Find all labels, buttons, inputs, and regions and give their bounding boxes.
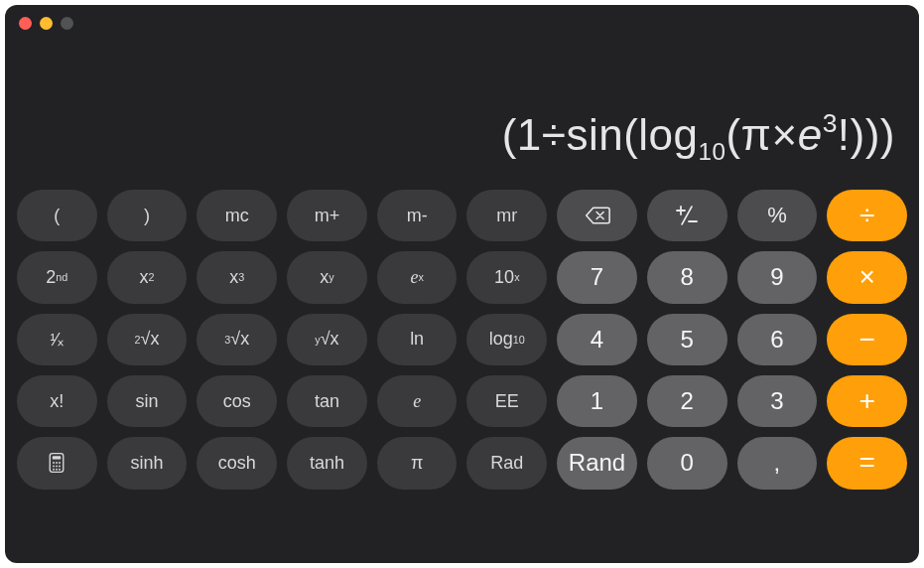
cbrt-button[interactable]: 3√x bbox=[197, 314, 277, 365]
sin-button[interactable]: sin bbox=[107, 375, 188, 427]
display-area: (1÷sin(log10(π×e3!))) bbox=[5, 5, 919, 184]
ln-button[interactable]: ln bbox=[377, 314, 458, 365]
x-cubed-button[interactable]: x3 bbox=[197, 251, 277, 303]
multiply-button[interactable]: × bbox=[827, 251, 907, 303]
six-button[interactable]: 6 bbox=[737, 314, 818, 365]
x-squared-button[interactable]: x2 bbox=[107, 251, 188, 303]
calculator-window: (1÷sin(log10(π×e3!))) ()mcm+m-mr%÷2ndx2x… bbox=[5, 5, 919, 563]
add-button[interactable]: + bbox=[827, 375, 907, 427]
svg-point-7 bbox=[59, 466, 61, 468]
svg-point-6 bbox=[56, 466, 58, 468]
rparen-button[interactable]: ) bbox=[107, 190, 188, 241]
e-power-x-button[interactable]: ex bbox=[377, 251, 458, 303]
button-grid: ()mcm+m-mr%÷2ndx2x3xyex10x789×¹⁄ₓ2√x3√xy… bbox=[5, 184, 919, 563]
calculator-icon bbox=[44, 452, 69, 474]
log10-button[interactable]: log10 bbox=[466, 314, 547, 365]
zero-button[interactable]: 0 bbox=[647, 437, 727, 489]
one-button[interactable]: 1 bbox=[557, 375, 637, 427]
divide-button[interactable]: ÷ bbox=[827, 190, 907, 241]
nine-button[interactable]: 9 bbox=[737, 251, 818, 303]
second-button[interactable]: 2nd bbox=[17, 251, 97, 303]
e-constant-button[interactable]: e bbox=[377, 375, 458, 427]
cosh-button[interactable]: cosh bbox=[197, 437, 277, 489]
four-button[interactable]: 4 bbox=[557, 314, 637, 365]
mode-button[interactable] bbox=[17, 437, 97, 489]
svg-point-4 bbox=[59, 463, 61, 465]
window-controls bbox=[19, 17, 73, 30]
delete-button[interactable] bbox=[557, 190, 637, 241]
svg-point-9 bbox=[56, 469, 58, 471]
close-button[interactable] bbox=[19, 17, 32, 30]
tan-button[interactable]: tan bbox=[287, 375, 367, 427]
sqrt-button[interactable]: 2√x bbox=[107, 314, 188, 365]
mc-button[interactable]: mc bbox=[197, 190, 277, 241]
mplus-button[interactable]: m+ bbox=[287, 190, 367, 241]
display-expression: (1÷sin(log10(π×e3!))) bbox=[502, 110, 895, 166]
rad-button[interactable]: Rad bbox=[466, 437, 547, 489]
ee-button[interactable]: EE bbox=[466, 375, 547, 427]
lparen-button[interactable]: ( bbox=[17, 190, 97, 241]
x-power-y-button[interactable]: xy bbox=[287, 251, 367, 303]
svg-rect-1 bbox=[53, 457, 61, 460]
maximize-button[interactable] bbox=[61, 17, 73, 30]
svg-point-10 bbox=[59, 469, 61, 471]
reciprocal-button[interactable]: ¹⁄ₓ bbox=[17, 314, 97, 365]
svg-point-2 bbox=[53, 463, 55, 465]
three-button[interactable]: 3 bbox=[737, 375, 818, 427]
delete-icon bbox=[585, 205, 610, 226]
svg-point-8 bbox=[53, 469, 55, 471]
pi-button[interactable]: π bbox=[377, 437, 458, 489]
subtract-button[interactable]: − bbox=[827, 314, 907, 365]
tanh-button[interactable]: tanh bbox=[287, 437, 367, 489]
sinh-button[interactable]: sinh bbox=[107, 437, 188, 489]
minimize-button[interactable] bbox=[40, 17, 53, 30]
svg-point-3 bbox=[56, 463, 58, 465]
comma-button[interactable]: , bbox=[737, 437, 818, 489]
ten-power-x-button[interactable]: 10x bbox=[466, 251, 547, 303]
rand-button[interactable]: Rand bbox=[557, 437, 637, 489]
yroot-button[interactable]: y√x bbox=[287, 314, 367, 365]
eight-button[interactable]: 8 bbox=[647, 251, 727, 303]
seven-button[interactable]: 7 bbox=[557, 251, 637, 303]
mr-button[interactable]: mr bbox=[466, 190, 547, 241]
svg-point-5 bbox=[53, 466, 55, 468]
equals-button[interactable]: = bbox=[827, 437, 907, 489]
five-button[interactable]: 5 bbox=[647, 314, 727, 365]
factorial-button[interactable]: x! bbox=[17, 375, 97, 427]
mminus-button[interactable]: m- bbox=[377, 190, 458, 241]
two-button[interactable]: 2 bbox=[647, 375, 727, 427]
plus-minus-icon bbox=[674, 205, 700, 226]
percent-button[interactable]: % bbox=[737, 190, 818, 241]
cos-button[interactable]: cos bbox=[197, 375, 277, 427]
plusminus-button[interactable] bbox=[647, 190, 727, 241]
